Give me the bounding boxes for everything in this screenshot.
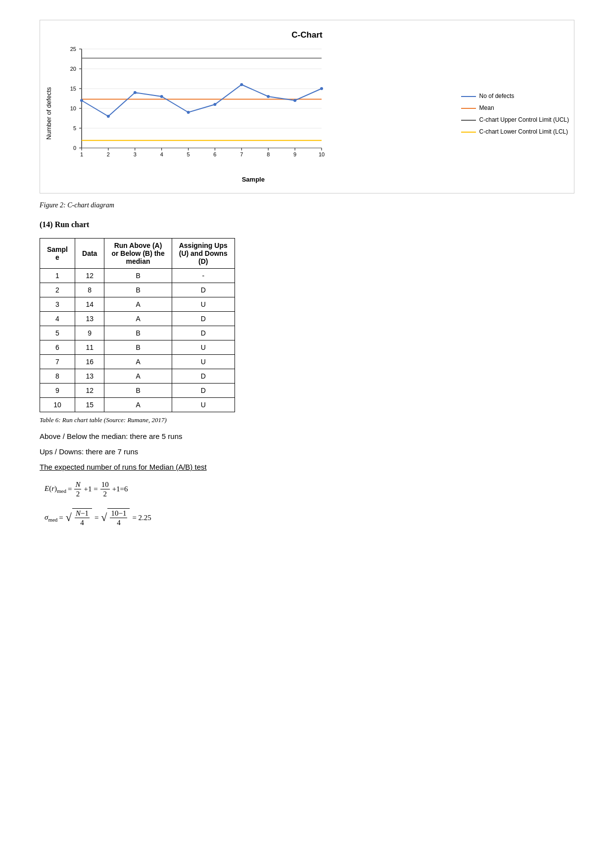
- svg-text:6: 6: [213, 151, 216, 157]
- formula1-frac2-den: 2: [102, 489, 108, 498]
- legend-label-mean: Mean: [479, 104, 494, 111]
- table-cell: B: [104, 283, 172, 297]
- table-cell: B: [104, 326, 172, 340]
- table-row: 314AU: [40, 297, 235, 312]
- table-cell: 8: [40, 369, 75, 384]
- table-cell: A: [104, 355, 172, 369]
- formula2-frac1-num: N−1: [75, 509, 90, 518]
- formula1-lhs: E(r)med: [45, 484, 66, 494]
- table-cell: 11: [75, 340, 104, 355]
- formula2-frac1-den: 4: [79, 518, 85, 527]
- sqrt-content2: 10−1 4: [107, 508, 130, 527]
- chart-title: C-Chart: [291, 30, 322, 40]
- table-cell: 14: [75, 297, 104, 312]
- legend-ucl: C-chart Upper Control Limit (UCL): [461, 116, 569, 123]
- table-row: 28BD: [40, 283, 235, 297]
- svg-text:1: 1: [80, 151, 83, 157]
- table-cell: 3: [40, 297, 75, 312]
- svg-text:10: 10: [70, 105, 76, 111]
- formula1-frac1-num: N: [74, 480, 81, 489]
- chart-inner: Number of defects 0 5 10: [45, 44, 569, 183]
- svg-point-52: [320, 87, 323, 90]
- table-cell: B: [104, 269, 172, 283]
- table-cell: 15: [75, 398, 104, 412]
- formula1-block: E(r)med = N 2 +1 = 10 2 +1=6: [45, 480, 574, 498]
- col-header-data: Data: [75, 239, 104, 269]
- col-header-sample: Sample: [40, 239, 75, 269]
- legend-label-defects: No of defects: [479, 93, 515, 99]
- formula2-frac2: 10−1 4: [110, 509, 127, 527]
- sqrt-content1: N−1 4: [72, 508, 92, 527]
- svg-text:10: 10: [319, 151, 325, 157]
- table-cell: U: [172, 355, 235, 369]
- formula2-sqrt2: √ 10−1 4: [101, 508, 130, 527]
- svg-point-48: [213, 103, 216, 106]
- svg-text:5: 5: [187, 151, 190, 157]
- formula2-line: σmed = √ N−1 4 = √ 10−1 4 = 2.25: [45, 508, 574, 527]
- svg-text:7: 7: [240, 151, 243, 157]
- formula2-sqrt1: √ N−1 4: [66, 508, 92, 527]
- formula1-frac1-den: 2: [75, 489, 81, 498]
- formula2-frac2-den: 4: [116, 518, 122, 527]
- table-row: 112B-: [40, 269, 235, 283]
- table-cell: D: [172, 283, 235, 297]
- table-cell: 12: [75, 269, 104, 283]
- table-cell: U: [172, 398, 235, 412]
- table-cell: A: [104, 297, 172, 312]
- table-cell: A: [104, 312, 172, 326]
- svg-text:25: 25: [70, 46, 76, 52]
- table-row: 59BD: [40, 326, 235, 340]
- col-header-run: Run Above (A)or Below (B) themedian: [104, 239, 172, 269]
- table-cell: 9: [75, 326, 104, 340]
- table-row: 1015AU: [40, 398, 235, 412]
- table-row: 611BU: [40, 340, 235, 355]
- svg-text:3: 3: [134, 151, 137, 157]
- table-cell: D: [172, 384, 235, 398]
- legend-label-lcl: C-chart Lower Control Limit (LCL): [479, 128, 568, 135]
- svg-text:8: 8: [267, 151, 270, 157]
- table-row: 716AU: [40, 355, 235, 369]
- col-header-assign: Assigning Ups(U) and Downs(D): [172, 239, 235, 269]
- table-row: 912BD: [40, 384, 235, 398]
- svg-text:15: 15: [70, 86, 76, 92]
- table-row: 813AD: [40, 369, 235, 384]
- formula1-eq1: =: [68, 485, 72, 493]
- table-cell: A: [104, 398, 172, 412]
- legend-label-ucl: C-chart Upper Control Limit (UCL): [479, 116, 569, 123]
- legend-mean: Mean: [461, 104, 569, 111]
- table-caption-text: Table 6: Run chart table (Source: Rumane…: [40, 416, 167, 424]
- formula2-eq1: =: [59, 514, 63, 522]
- section-heading: (14) Run chart: [40, 220, 574, 229]
- svg-text:2: 2: [107, 151, 110, 157]
- table-cell: 7: [40, 355, 75, 369]
- table-cell: 5: [40, 326, 75, 340]
- chart-legend: No of defects Mean C-chart Upper Control…: [461, 93, 569, 135]
- table-cell: 1: [40, 269, 75, 283]
- table-cell: 13: [75, 312, 104, 326]
- table-cell: B: [104, 384, 172, 398]
- chart-y-label: Number of defects: [45, 87, 52, 140]
- table-cell: D: [172, 369, 235, 384]
- table-cell: 2: [40, 283, 75, 297]
- table-row: 413AD: [40, 312, 235, 326]
- formula2-lhs: σmed: [45, 513, 57, 523]
- table-cell: -: [172, 269, 235, 283]
- svg-text:20: 20: [70, 66, 76, 72]
- formula2-eq2: =: [94, 514, 98, 522]
- svg-text:4: 4: [160, 151, 163, 157]
- chart-svg: 0 5 10 15 20 25: [54, 44, 452, 183]
- formula2-result: = 2.25: [132, 514, 151, 522]
- legend-line-defects: [461, 96, 476, 97]
- legend-line-lcl: [461, 132, 476, 133]
- svg-text:9: 9: [293, 151, 296, 157]
- legend-lcl: C-chart Lower Control Limit (LCL): [461, 128, 569, 135]
- formula1-frac1: N 2: [74, 480, 81, 498]
- svg-point-50: [267, 95, 270, 98]
- table-cell: 13: [75, 369, 104, 384]
- legend-line-ucl: [461, 120, 476, 121]
- svg-point-44: [107, 115, 110, 118]
- figure-caption: Figure 2: C-chart diagram: [40, 201, 574, 209]
- svg-point-49: [240, 83, 243, 86]
- table-cell: 8: [75, 283, 104, 297]
- formula1-line: E(r)med = N 2 +1 = 10 2 +1=6: [45, 480, 574, 498]
